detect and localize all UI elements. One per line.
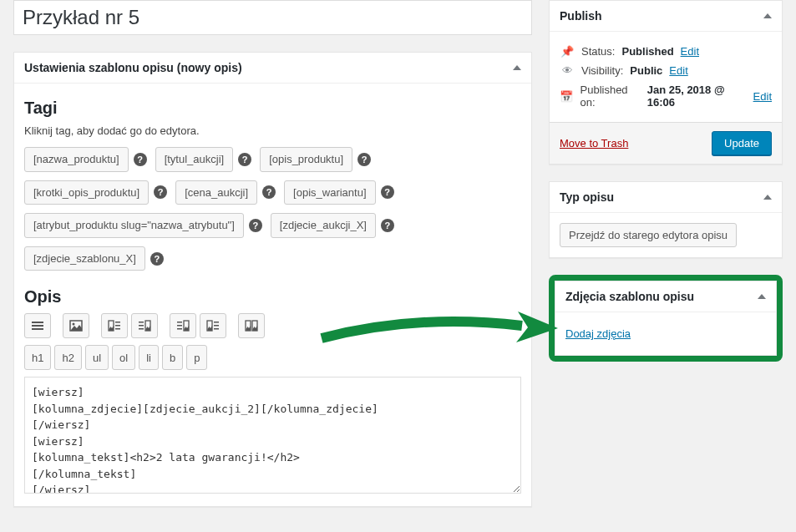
help-icon[interactable]: ? [262, 185, 276, 199]
format-b-button[interactable]: b [162, 345, 183, 370]
collapse-toggle-icon[interactable] [763, 13, 772, 18]
svg-rect-10 [139, 325, 144, 327]
visibility-value: Public [630, 64, 662, 77]
add-images-link[interactable]: Dodaj zdjęcia [565, 327, 631, 340]
tag-button[interactable]: [tytul_aukcji] [155, 147, 234, 172]
post-title-input[interactable] [13, 0, 532, 35]
status-label: Status: [581, 45, 615, 58]
svg-rect-13 [177, 322, 182, 323]
format-ul-button[interactable]: ul [85, 345, 109, 370]
template-settings-header: Ustawienia szablonu opisu (nowy opis) [14, 53, 531, 84]
images-title: Zdjęcia szablonu opisu [565, 290, 694, 303]
help-icon[interactable]: ? [249, 219, 262, 232]
svg-point-4 [73, 323, 75, 326]
update-button[interactable]: Update [712, 131, 772, 155]
calendar-icon: 📅 [560, 90, 574, 103]
collapse-toggle-icon[interactable] [513, 65, 521, 70]
help-icon[interactable]: ? [357, 153, 371, 166]
switch-editor-button[interactable]: Przejdź do starego edytora opisu [560, 223, 737, 247]
tag-button[interactable]: [opis_wariantu] [284, 180, 375, 205]
help-icon[interactable]: ? [238, 153, 251, 166]
tag-button[interactable]: [atrybut_produktu slug="nazwa_atrybutu"] [24, 213, 244, 238]
tag-button[interactable]: [nazwa_produktu] [24, 147, 129, 172]
layout-image-button[interactable] [63, 313, 89, 338]
tags-hint: Kliknij tag, aby dodać go do edytora. [24, 124, 521, 137]
svg-rect-18 [214, 322, 219, 323]
svg-rect-8 [115, 328, 120, 330]
tags-container: [nazwa_produktu]? [tytul_aukcji]? [opis_… [24, 147, 521, 271]
svg-rect-7 [115, 325, 120, 327]
tags-section-title: Tagi [24, 99, 521, 118]
tag-button[interactable]: [zdjecie_szablonu_X] [24, 246, 145, 271]
publish-box: Publish 📌 Status: Published Edit 👁 Visib… [549, 0, 783, 165]
svg-rect-0 [32, 322, 43, 323]
images-box: Zdjęcia szablonu opisu Dodaj zdjęcia [555, 281, 777, 356]
edit-status-link[interactable]: Edit [681, 45, 699, 58]
help-icon[interactable]: ? [134, 153, 147, 166]
template-settings-title: Ustawienia szablonu opisu (nowy opis) [24, 61, 242, 74]
format-toolbar: h1 h2 ul ol li b p [24, 345, 521, 370]
svg-rect-19 [214, 325, 219, 327]
help-icon[interactable]: ? [381, 219, 394, 232]
svg-rect-1 [32, 325, 43, 327]
help-icon[interactable]: ? [381, 185, 394, 199]
layout-text-image-alt-button[interactable] [170, 313, 196, 338]
help-icon[interactable]: ? [154, 185, 167, 199]
eye-icon: 👁 [560, 64, 575, 77]
description-code-editor[interactable] [24, 377, 521, 494]
layout-text-button[interactable] [24, 313, 51, 338]
format-ol-button[interactable]: ol [112, 345, 135, 370]
layout-two-images-button[interactable] [238, 313, 265, 338]
help-icon[interactable]: ? [150, 252, 164, 266]
type-box: Typ opisu Przejdź do starego edytora opi… [549, 181, 783, 258]
move-to-trash-link[interactable]: Move to Trash [560, 137, 628, 149]
svg-rect-14 [177, 325, 182, 327]
visibility-label: Visibility: [581, 64, 623, 77]
published-value: Jan 25, 2018 @ 16:06 [647, 84, 747, 109]
tag-button[interactable]: [cena_aukcji] [175, 180, 257, 205]
svg-rect-15 [177, 328, 182, 330]
published-label: Published on: [581, 84, 641, 109]
edit-date-link[interactable]: Edit [753, 90, 772, 103]
layout-image-text-alt-button[interactable] [200, 313, 226, 338]
images-highlight-annotation: Zdjęcia szablonu opisu Dodaj zdjęcia [549, 275, 783, 362]
tag-button[interactable]: [zdjecie_aukcji_X] [271, 213, 376, 238]
status-value: Published [621, 45, 673, 58]
publish-title: Publish [560, 9, 602, 23]
svg-rect-11 [139, 328, 144, 330]
pin-icon: 📌 [560, 45, 575, 58]
svg-rect-9 [139, 322, 144, 323]
svg-rect-6 [115, 322, 120, 323]
layout-text-image-button[interactable] [131, 313, 158, 338]
svg-rect-20 [214, 328, 219, 330]
tag-button[interactable]: [krotki_opis_produktu] [24, 180, 149, 205]
layout-image-text-button[interactable] [101, 313, 128, 338]
format-h1-button[interactable]: h1 [24, 345, 51, 370]
format-h2-button[interactable]: h2 [54, 345, 81, 370]
collapse-toggle-icon[interactable] [763, 195, 772, 200]
format-li-button[interactable]: li [139, 345, 159, 370]
collapse-toggle-icon[interactable] [758, 294, 766, 299]
tag-button[interactable]: [opis_produktu] [260, 147, 352, 172]
type-title: Typ opisu [560, 190, 614, 204]
layout-toolbar [24, 313, 521, 338]
desc-section-title: Opis [24, 287, 521, 307]
template-settings-box: Ustawienia szablonu opisu (nowy opis) Ta… [13, 52, 532, 507]
svg-rect-2 [32, 328, 43, 330]
format-p-button[interactable]: p [186, 345, 207, 370]
edit-visibility-link[interactable]: Edit [669, 64, 687, 77]
